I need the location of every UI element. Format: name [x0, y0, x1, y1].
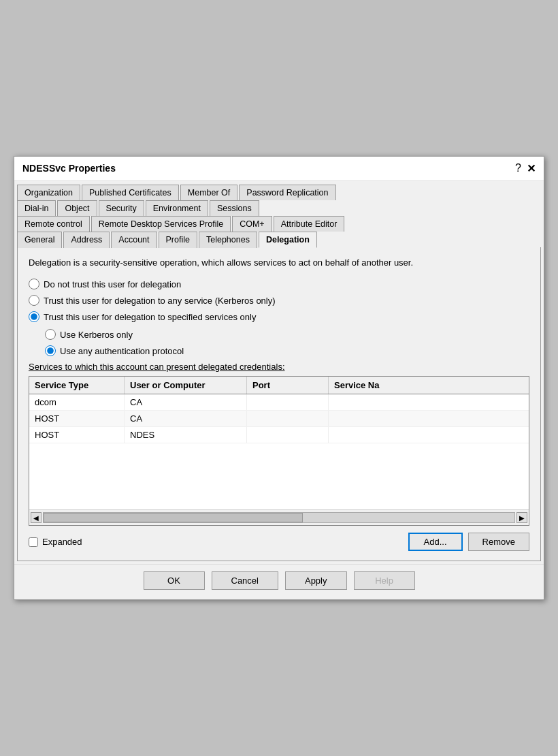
table-row[interactable]: HOST NDES: [29, 427, 529, 443]
td-service-type-2: HOST: [29, 411, 125, 426]
radio-kerberos-only-label: Use Kerberos only: [60, 330, 133, 340]
tab-row-3: Remote control Remote Desktop Services P…: [17, 215, 541, 231]
scroll-right-arrow[interactable]: ▶: [516, 512, 527, 523]
tab-remote-desktop[interactable]: Remote Desktop Services Profile: [91, 216, 231, 232]
help-icon[interactable]: ?: [515, 162, 521, 174]
tab-dial-in[interactable]: Dial-in: [17, 200, 56, 216]
expanded-label: Expanded: [42, 537, 82, 547]
close-button[interactable]: ✕: [527, 162, 536, 175]
tab-sessions[interactable]: Sessions: [210, 200, 259, 216]
remove-button[interactable]: Remove: [468, 533, 529, 551]
td-service-type-1: dcom: [29, 394, 125, 410]
th-user-computer: User or Computer: [125, 377, 247, 394]
tab-object[interactable]: Object: [57, 200, 97, 216]
tabs-container: Organization Published Certificates Memb…: [14, 181, 544, 247]
tab-remote-control[interactable]: Remote control: [17, 216, 90, 232]
radio-any-protocol-label: Use any authentication protocol: [60, 346, 184, 356]
td-service-type-3: HOST: [29, 427, 125, 443]
scroll-left-arrow[interactable]: ◀: [31, 512, 42, 523]
tab-row-2: Dial-in Object Security Environment Sess…: [17, 200, 541, 215]
delegation-radio-group: Do not trust this user for delegation Tr…: [29, 279, 529, 322]
radio-any-protocol[interactable]: Use any authentication protocol: [45, 345, 529, 356]
horizontal-scrollbar[interactable]: ◀ ▶: [29, 509, 529, 525]
tab-com-plus[interactable]: COM+: [232, 216, 272, 232]
table-row[interactable]: HOST CA: [29, 411, 529, 427]
content-area: Delegation is a security-sensitive opera…: [17, 247, 541, 561]
tab-organization[interactable]: Organization: [17, 185, 80, 200]
tab-environment[interactable]: Environment: [146, 200, 208, 216]
sub-radio-group: Use Kerberos only Use any authentication…: [45, 329, 529, 356]
tab-account[interactable]: Account: [111, 232, 157, 248]
tab-address[interactable]: Address: [63, 232, 110, 248]
table-header: Service Type User or Computer Port Servi…: [29, 377, 529, 394]
tab-published-certs[interactable]: Published Certificates: [82, 185, 179, 200]
radio-kerberos-only-input[interactable]: [45, 329, 56, 340]
action-buttons: Add... Remove: [408, 533, 529, 551]
tab-member-of[interactable]: Member Of: [180, 185, 238, 200]
tab-general[interactable]: General: [17, 232, 62, 248]
help-button[interactable]: Help: [354, 571, 415, 590]
bottom-row: Expanded Add... Remove: [29, 533, 529, 551]
radio-specified-services[interactable]: Trust this user for delegation to specif…: [29, 311, 529, 322]
add-button[interactable]: Add...: [408, 533, 463, 551]
td-port-3: [247, 427, 329, 443]
tab-attribute-editor[interactable]: Attribute Editor: [274, 216, 345, 232]
table-row[interactable]: dcom CA: [29, 394, 529, 411]
td-service-name-3: [329, 427, 529, 443]
td-user-computer-3: NDES: [125, 427, 247, 443]
title-bar-controls: ? ✕: [515, 162, 536, 175]
radio-specified-services-label: Trust this user for delegation to specif…: [44, 312, 256, 322]
table-body[interactable]: dcom CA HOST CA HOST NDES: [29, 394, 529, 509]
tab-row-4: General Address Account Profile Telephon…: [17, 231, 541, 247]
td-user-computer-1: CA: [125, 394, 247, 410]
radio-no-trust[interactable]: Do not trust this user for delegation: [29, 279, 529, 289]
td-service-name-1: [329, 394, 529, 410]
scroll-track[interactable]: [43, 512, 515, 523]
title-bar: NDESSvc Properties ? ✕: [14, 157, 544, 181]
radio-no-trust-label: Do not trust this user for delegation: [44, 279, 181, 289]
radio-any-service-input[interactable]: [29, 295, 39, 306]
delegation-description: Delegation is a security-sensitive opera…: [29, 257, 529, 269]
tab-password-replication[interactable]: Password Replication: [239, 185, 335, 200]
dialog-title: NDESSvc Properties: [22, 163, 116, 174]
tab-delegation[interactable]: Delegation: [259, 232, 317, 248]
services-table: Service Type User or Computer Port Servi…: [29, 376, 529, 526]
tab-profile[interactable]: Profile: [159, 232, 197, 248]
td-port-2: [247, 411, 329, 426]
td-user-computer-2: CA: [125, 411, 247, 426]
td-port-1: [247, 394, 329, 410]
td-service-name-2: [329, 411, 529, 426]
properties-dialog: NDESSvc Properties ? ✕ Organization Publ…: [14, 156, 544, 600]
th-port: Port: [247, 377, 329, 394]
cancel-button[interactable]: Cancel: [212, 571, 278, 590]
apply-button[interactable]: Apply: [285, 571, 347, 590]
radio-any-service[interactable]: Trust this user for delegation to any se…: [29, 295, 529, 306]
radio-any-service-label: Trust this user for delegation to any se…: [44, 296, 276, 306]
tab-security[interactable]: Security: [99, 200, 144, 216]
services-label: Services to which this account can prese…: [29, 362, 529, 372]
tab-row-1: Organization Published Certificates Memb…: [17, 184, 541, 200]
expanded-checkbox-label[interactable]: Expanded: [29, 537, 82, 547]
scroll-thumb: [44, 513, 303, 522]
radio-specified-services-input[interactable]: [29, 311, 39, 322]
radio-no-trust-input[interactable]: [29, 279, 39, 289]
th-service-name: Service Na: [329, 377, 529, 394]
radio-kerberos-only[interactable]: Use Kerberos only: [45, 329, 529, 340]
th-service-type: Service Type: [29, 377, 125, 394]
ok-button[interactable]: OK: [144, 571, 205, 590]
dialog-footer: OK Cancel Apply Help: [14, 564, 544, 599]
tab-telephones[interactable]: Telephones: [199, 232, 257, 248]
radio-any-protocol-input[interactable]: [45, 345, 56, 356]
expanded-checkbox[interactable]: [29, 537, 38, 547]
